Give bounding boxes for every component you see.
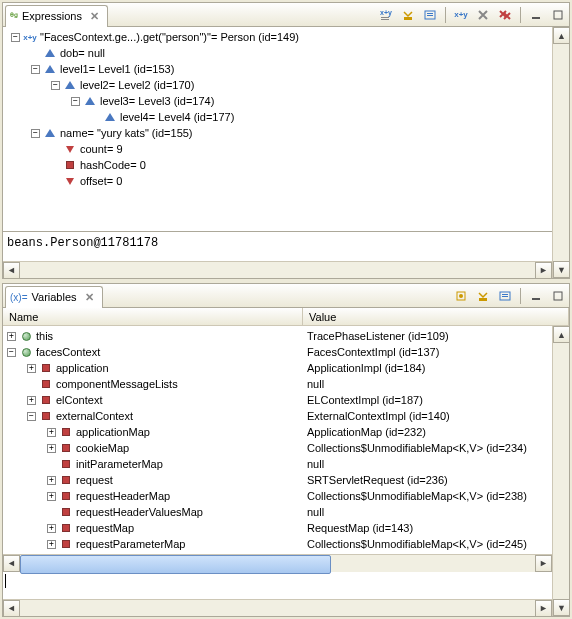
table-row[interactable]: +requestSRTServletRequest (id=236) (3, 472, 552, 488)
scroll-up-icon[interactable]: ▲ (553, 27, 569, 44)
maximize-button[interactable] (549, 287, 567, 305)
expand-button[interactable] (421, 6, 439, 24)
twist-spacer (47, 460, 56, 469)
svg-rect-16 (554, 292, 562, 300)
table-row[interactable]: componentMessageListsnull (3, 376, 552, 392)
tree-row[interactable]: level4= Level4 (id=177) (3, 109, 552, 125)
scroll-right-icon[interactable]: ► (535, 262, 552, 279)
table-row[interactable]: +thisTracePhaseListener (id=109) (3, 328, 552, 344)
show-logical-button[interactable] (452, 287, 470, 305)
private-field-icon (59, 425, 73, 439)
variable-value: null (303, 458, 552, 470)
local-variable-icon (19, 329, 33, 343)
close-icon[interactable]: ✕ (90, 10, 99, 23)
variable-name: this (36, 330, 53, 342)
expand-icon[interactable]: + (7, 332, 16, 341)
tree-row[interactable]: −level3= Level3 (id=174) (3, 93, 552, 109)
table-row[interactable]: +applicationMapApplicationMap (id=232) (3, 424, 552, 440)
collapse-icon[interactable]: − (51, 81, 60, 90)
collapse-icon[interactable]: − (27, 412, 36, 421)
tree-row[interactable]: −level1= Level1 (id=153) (3, 61, 552, 77)
expand-icon[interactable]: + (47, 428, 56, 437)
collapse-all-button[interactable] (399, 6, 417, 24)
variable-value: ELContextImpl (id=187) (303, 394, 552, 406)
remove-button[interactable] (474, 6, 492, 24)
table-row[interactable]: +requestMapRequestMap (id=143) (3, 520, 552, 536)
expand-icon[interactable]: + (47, 492, 56, 501)
horizontal-scrollbar[interactable]: ◄ ► (3, 554, 552, 571)
scroll-left-icon[interactable]: ◄ (3, 262, 20, 279)
horizontal-scrollbar[interactable]: ◄ ► (3, 261, 552, 278)
table-row[interactable]: +cookieMapCollections$UnmodifiableMap<K,… (3, 440, 552, 456)
table-row[interactable]: +requestHeaderMapCollections$Unmodifiabl… (3, 488, 552, 504)
table-row[interactable]: −externalContextExternalContextImpl (id=… (3, 408, 552, 424)
collapse-icon[interactable]: − (7, 348, 16, 357)
svg-rect-7 (532, 17, 540, 19)
table-row[interactable]: +requestParameterMapCollections$Unmodifi… (3, 536, 552, 552)
expressions-tree[interactable]: −x+y"FacesContext.ge...).get("person")"=… (3, 27, 552, 231)
variables-tabbar: (x)= Variables ✕ (3, 284, 569, 308)
add-watch-button[interactable]: x+y (452, 6, 470, 24)
table-row[interactable]: +applicationApplicationImpl (id=184) (3, 360, 552, 376)
maximize-button[interactable] (549, 6, 567, 24)
expand-icon[interactable]: + (47, 524, 56, 533)
tree-row[interactable]: count= 9 (3, 141, 552, 157)
tree-row[interactable]: dob= null (3, 45, 552, 61)
collapse-all-button[interactable] (474, 287, 492, 305)
variables-detail[interactable] (3, 571, 552, 599)
scroll-down-icon[interactable]: ▼ (553, 261, 569, 278)
variables-table-header: Name Value (3, 308, 569, 326)
variables-tree[interactable]: +thisTracePhaseListener (id=109)−facesCo… (3, 326, 552, 554)
tab-expressions[interactable]: ᶿᵍ Expressions ✕ (5, 5, 108, 27)
scroll-right-icon[interactable]: ► (535, 555, 552, 572)
table-row[interactable]: initParameterMapnull (3, 456, 552, 472)
svg-rect-1 (381, 17, 389, 18)
expressions-detail[interactable]: beans.Person@11781178 (3, 231, 552, 261)
table-row[interactable]: −facesContextFacesContextImpl (id=137) (3, 344, 552, 360)
svg-point-10 (459, 294, 463, 298)
collapse-icon[interactable]: − (71, 97, 80, 106)
column-header-name[interactable]: Name (3, 308, 303, 325)
variable-name: request (76, 474, 113, 486)
expand-icon[interactable]: + (47, 540, 56, 549)
scroll-left-icon[interactable]: ◄ (3, 555, 20, 572)
private-field-icon (39, 409, 53, 423)
tree-row[interactable]: offset= 0 (3, 173, 552, 189)
expand-icon[interactable]: + (27, 364, 36, 373)
scroll-right-icon[interactable]: ► (535, 600, 552, 617)
private-field-icon (39, 393, 53, 407)
remove-all-button[interactable] (496, 6, 514, 24)
variable-value: Collections$UnmodifiableMap<K,V> (id=234… (303, 442, 552, 454)
private-field-icon (59, 457, 73, 471)
horizontal-scrollbar[interactable]: ◄ ► (3, 599, 552, 616)
vertical-scrollbar[interactable]: ▲ ▼ (552, 27, 569, 278)
scroll-left-icon[interactable]: ◄ (3, 600, 20, 617)
table-row[interactable]: +elContextELContextImpl (id=187) (3, 392, 552, 408)
scroll-down-icon[interactable]: ▼ (553, 599, 569, 616)
minimize-button[interactable] (527, 287, 545, 305)
close-icon[interactable]: ✕ (85, 291, 94, 304)
minimize-button[interactable] (527, 6, 545, 24)
collapse-icon[interactable]: − (11, 33, 20, 42)
expand-icon[interactable]: + (47, 476, 56, 485)
tree-row[interactable]: hashCode= 0 (3, 157, 552, 173)
expand-button[interactable] (496, 287, 514, 305)
column-header-value[interactable]: Value (303, 308, 569, 325)
tree-row[interactable]: −name= "yury kats" (id=155) (3, 125, 552, 141)
show-type-names-button[interactable]: x+y (377, 6, 395, 24)
table-row[interactable]: requestHeaderValuesMapnull (3, 504, 552, 520)
expand-icon[interactable]: + (27, 396, 36, 405)
svg-rect-11 (479, 298, 487, 301)
expand-icon[interactable]: + (47, 444, 56, 453)
variable-name: elContext (56, 394, 102, 406)
collapse-icon[interactable]: − (31, 65, 40, 74)
scroll-up-icon[interactable]: ▲ (553, 326, 569, 343)
variable-value: ExternalContextImpl (id=140) (303, 410, 552, 422)
local-variable-icon (19, 345, 33, 359)
tab-variables[interactable]: (x)= Variables ✕ (5, 286, 103, 308)
tree-row[interactable]: −level2= Level2 (id=170) (3, 77, 552, 93)
collapse-icon[interactable]: − (31, 129, 40, 138)
private-field-icon (59, 537, 73, 551)
vertical-scrollbar[interactable]: ▲ ▼ (552, 326, 569, 616)
tree-row[interactable]: −x+y"FacesContext.ge...).get("person")"=… (3, 29, 552, 45)
